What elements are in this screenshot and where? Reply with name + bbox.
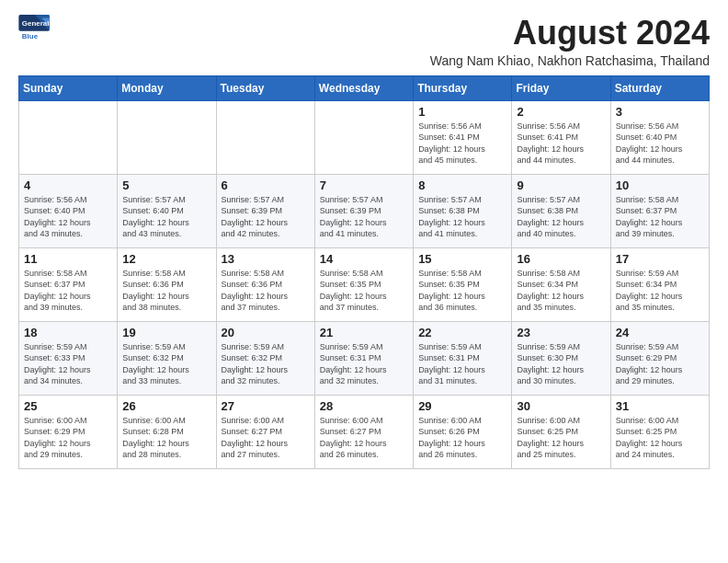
calendar-cell xyxy=(19,100,118,174)
calendar-cell: 31Sunrise: 6:00 AM Sunset: 6:25 PM Dayli… xyxy=(610,395,709,468)
svg-text:General: General xyxy=(22,19,50,28)
calendar-week-4: 18Sunrise: 5:59 AM Sunset: 6:33 PM Dayli… xyxy=(19,321,710,395)
day-number: 18 xyxy=(24,326,112,339)
day-info: Sunrise: 5:58 AM Sunset: 6:35 PM Dayligh… xyxy=(320,268,408,314)
day-info: Sunrise: 5:59 AM Sunset: 6:29 PM Dayligh… xyxy=(616,341,704,387)
day-number: 8 xyxy=(418,178,506,192)
calendar-cell: 29Sunrise: 6:00 AM Sunset: 6:26 PM Dayli… xyxy=(414,395,512,468)
day-number: 4 xyxy=(24,178,112,192)
day-info: Sunrise: 5:58 AM Sunset: 6:36 PM Dayligh… xyxy=(222,268,310,314)
day-info: Sunrise: 5:58 AM Sunset: 6:37 PM Dayligh… xyxy=(616,194,704,240)
day-info: Sunrise: 5:57 AM Sunset: 6:39 PM Dayligh… xyxy=(320,194,408,240)
calendar-cell: 27Sunrise: 6:00 AM Sunset: 6:27 PM Dayli… xyxy=(216,395,314,468)
day-number: 2 xyxy=(517,105,605,119)
calendar-body: 1Sunrise: 5:56 AM Sunset: 6:41 PM Daylig… xyxy=(19,100,710,468)
calendar-cell: 4Sunrise: 5:56 AM Sunset: 6:40 PM Daylig… xyxy=(19,174,118,247)
calendar-cell: 22Sunrise: 5:59 AM Sunset: 6:31 PM Dayli… xyxy=(414,321,512,395)
day-number: 28 xyxy=(320,399,408,413)
day-info: Sunrise: 5:57 AM Sunset: 6:38 PM Dayligh… xyxy=(418,194,506,240)
calendar-cell: 14Sunrise: 5:58 AM Sunset: 6:35 PM Dayli… xyxy=(314,247,413,321)
calendar-cell: 8Sunrise: 5:57 AM Sunset: 6:38 PM Daylig… xyxy=(414,174,512,247)
day-number: 1 xyxy=(418,105,506,119)
day-info: Sunrise: 5:56 AM Sunset: 6:41 PM Dayligh… xyxy=(517,121,605,167)
day-number: 27 xyxy=(222,399,310,413)
svg-text:Blue: Blue xyxy=(22,32,39,40)
day-number: 11 xyxy=(24,252,112,266)
calendar-cell: 24Sunrise: 5:59 AM Sunset: 6:29 PM Dayli… xyxy=(610,321,709,395)
calendar-cell: 11Sunrise: 5:58 AM Sunset: 6:37 PM Dayli… xyxy=(19,247,118,321)
calendar-cell: 7Sunrise: 5:57 AM Sunset: 6:39 PM Daylig… xyxy=(314,174,413,247)
month-title: August 2024 xyxy=(51,15,710,52)
day-info: Sunrise: 5:59 AM Sunset: 6:33 PM Dayligh… xyxy=(24,341,112,387)
day-info: Sunrise: 5:57 AM Sunset: 6:38 PM Dayligh… xyxy=(517,194,605,240)
calendar-cell: 21Sunrise: 5:59 AM Sunset: 6:31 PM Dayli… xyxy=(314,321,413,395)
day-info: Sunrise: 6:00 AM Sunset: 6:27 PM Dayligh… xyxy=(320,415,408,461)
day-info: Sunrise: 6:00 AM Sunset: 6:26 PM Dayligh… xyxy=(418,415,506,461)
day-number: 13 xyxy=(222,252,310,266)
day-info: Sunrise: 6:00 AM Sunset: 6:25 PM Dayligh… xyxy=(517,415,605,461)
day-number: 21 xyxy=(320,326,408,339)
calendar-week-3: 11Sunrise: 5:58 AM Sunset: 6:37 PM Dayli… xyxy=(19,247,710,321)
calendar-cell: 12Sunrise: 5:58 AM Sunset: 6:36 PM Dayli… xyxy=(118,247,216,321)
day-info: Sunrise: 5:58 AM Sunset: 6:37 PM Dayligh… xyxy=(24,268,112,314)
day-number: 20 xyxy=(222,326,310,339)
calendar-cell: 10Sunrise: 5:58 AM Sunset: 6:37 PM Dayli… xyxy=(610,174,709,247)
calendar-cell: 16Sunrise: 5:58 AM Sunset: 6:34 PM Dayli… xyxy=(512,247,610,321)
logo: General Blue xyxy=(18,15,51,42)
day-number: 10 xyxy=(616,178,704,192)
day-number: 17 xyxy=(616,252,704,266)
calendar-cell: 1Sunrise: 5:56 AM Sunset: 6:41 PM Daylig… xyxy=(414,100,512,174)
day-number: 30 xyxy=(517,399,605,413)
day-number: 29 xyxy=(418,399,506,413)
day-info: Sunrise: 6:00 AM Sunset: 6:27 PM Dayligh… xyxy=(222,415,310,461)
calendar-cell: 3Sunrise: 5:56 AM Sunset: 6:40 PM Daylig… xyxy=(610,100,709,174)
day-info: Sunrise: 6:00 AM Sunset: 6:29 PM Dayligh… xyxy=(24,415,112,461)
day-info: Sunrise: 6:00 AM Sunset: 6:25 PM Dayligh… xyxy=(616,415,704,461)
day-number: 31 xyxy=(616,399,704,413)
day-number: 5 xyxy=(122,178,210,192)
day-info: Sunrise: 5:58 AM Sunset: 6:34 PM Dayligh… xyxy=(517,268,605,314)
calendar-cell: 28Sunrise: 6:00 AM Sunset: 6:27 PM Dayli… xyxy=(314,395,413,468)
weekday-header-saturday: Saturday xyxy=(610,75,709,100)
calendar-cell: 13Sunrise: 5:58 AM Sunset: 6:36 PM Dayli… xyxy=(216,247,314,321)
calendar-cell: 20Sunrise: 5:59 AM Sunset: 6:32 PM Dayli… xyxy=(216,321,314,395)
day-number: 7 xyxy=(320,178,408,192)
calendar-cell: 26Sunrise: 6:00 AM Sunset: 6:28 PM Dayli… xyxy=(118,395,216,468)
day-number: 16 xyxy=(517,252,605,266)
calendar-cell: 19Sunrise: 5:59 AM Sunset: 6:32 PM Dayli… xyxy=(118,321,216,395)
calendar-cell: 9Sunrise: 5:57 AM Sunset: 6:38 PM Daylig… xyxy=(512,174,610,247)
day-number: 25 xyxy=(24,399,112,413)
day-number: 3 xyxy=(616,105,704,119)
weekday-header-monday: Monday xyxy=(118,75,216,100)
calendar-cell: 18Sunrise: 5:59 AM Sunset: 6:33 PM Dayli… xyxy=(19,321,118,395)
weekday-header-tuesday: Tuesday xyxy=(216,75,314,100)
day-info: Sunrise: 5:59 AM Sunset: 6:30 PM Dayligh… xyxy=(517,341,605,387)
day-number: 19 xyxy=(122,326,210,339)
day-number: 6 xyxy=(222,178,310,192)
day-number: 9 xyxy=(517,178,605,192)
day-info: Sunrise: 6:00 AM Sunset: 6:28 PM Dayligh… xyxy=(122,415,210,461)
day-info: Sunrise: 5:57 AM Sunset: 6:39 PM Dayligh… xyxy=(222,194,310,240)
location-title: Wang Nam Khiao, Nakhon Ratchasima, Thail… xyxy=(51,53,710,68)
calendar-cell xyxy=(314,100,413,174)
page-header: General Blue August 2024 Wang Nam Khiao,… xyxy=(18,15,710,68)
calendar-cell: 5Sunrise: 5:57 AM Sunset: 6:40 PM Daylig… xyxy=(118,174,216,247)
day-info: Sunrise: 5:56 AM Sunset: 6:40 PM Dayligh… xyxy=(616,121,704,167)
calendar-cell: 17Sunrise: 5:59 AM Sunset: 6:34 PM Dayli… xyxy=(610,247,709,321)
calendar-cell: 30Sunrise: 6:00 AM Sunset: 6:25 PM Dayli… xyxy=(512,395,610,468)
day-number: 22 xyxy=(418,326,506,339)
weekday-header-thursday: Thursday xyxy=(414,75,512,100)
weekday-header-wednesday: Wednesday xyxy=(314,75,413,100)
calendar-week-2: 4Sunrise: 5:56 AM Sunset: 6:40 PM Daylig… xyxy=(19,174,710,247)
day-info: Sunrise: 5:59 AM Sunset: 6:31 PM Dayligh… xyxy=(418,341,506,387)
day-info: Sunrise: 5:56 AM Sunset: 6:41 PM Dayligh… xyxy=(418,121,506,167)
calendar-table: SundayMondayTuesdayWednesdayThursdayFrid… xyxy=(18,75,710,469)
weekday-header-row: SundayMondayTuesdayWednesdayThursdayFrid… xyxy=(19,75,710,100)
logo-icon: General Blue xyxy=(18,15,51,42)
day-number: 15 xyxy=(418,252,506,266)
weekday-header-friday: Friday xyxy=(512,75,610,100)
day-info: Sunrise: 5:59 AM Sunset: 6:32 PM Dayligh… xyxy=(122,341,210,387)
calendar-cell: 25Sunrise: 6:00 AM Sunset: 6:29 PM Dayli… xyxy=(19,395,118,468)
day-info: Sunrise: 5:59 AM Sunset: 6:32 PM Dayligh… xyxy=(222,341,310,387)
calendar-cell: 15Sunrise: 5:58 AM Sunset: 6:35 PM Dayli… xyxy=(414,247,512,321)
